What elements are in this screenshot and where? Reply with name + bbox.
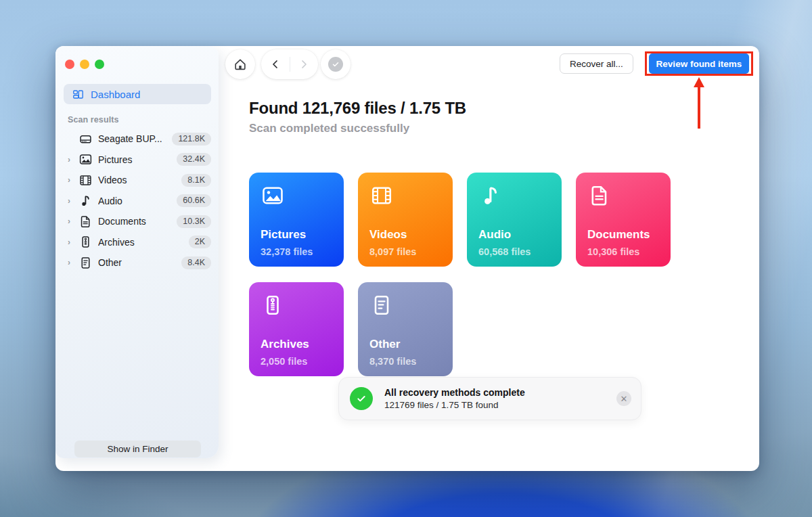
count-badge: 2K bbox=[189, 235, 211, 248]
tile-pictures[interactable]: Pictures 32,378 files bbox=[249, 173, 344, 267]
count-badge: 32.4K bbox=[177, 153, 211, 166]
dashboard-label: Dashboard bbox=[91, 89, 140, 100]
home-button[interactable] bbox=[225, 49, 255, 79]
tile-count: 8,097 files bbox=[369, 246, 416, 257]
archive-icon bbox=[78, 235, 93, 249]
dashboard-icon bbox=[72, 88, 85, 101]
sidebar-item-label: Other bbox=[98, 257, 181, 268]
sidebar-item-dashboard[interactable]: Dashboard bbox=[64, 84, 211, 104]
archive-icon bbox=[261, 293, 285, 317]
minimize-window-button[interactable] bbox=[80, 60, 89, 69]
pictures-icon bbox=[78, 152, 93, 166]
sidebar-item-videos[interactable]: › Videos 8.1K bbox=[55, 170, 219, 191]
session-status-button[interactable] bbox=[321, 49, 351, 79]
chevron-right-icon[interactable]: › bbox=[68, 238, 77, 247]
tile-label: Documents bbox=[587, 228, 650, 242]
tile-count: 32,378 files bbox=[261, 246, 313, 257]
drive-icon bbox=[78, 132, 93, 146]
sidebar-item-label: Videos bbox=[98, 175, 181, 185]
tile-count: 2,050 files bbox=[261, 356, 307, 367]
count-badge: 60.6K bbox=[177, 194, 211, 207]
tile-count: 10,306 files bbox=[587, 246, 639, 257]
pictures-icon bbox=[261, 183, 285, 208]
document-icon bbox=[78, 215, 93, 229]
notification-subtitle: 121769 files / 1.75 TB found bbox=[384, 400, 616, 410]
close-window-button[interactable] bbox=[65, 60, 74, 69]
checkmark-icon bbox=[356, 393, 367, 404]
recover-all-button[interactable]: Recover all... bbox=[560, 53, 633, 74]
notification-title: All recovery methods complete bbox=[384, 387, 616, 398]
annotation-arrow bbox=[694, 77, 704, 129]
tile-audio[interactable]: Audio 60,568 files bbox=[467, 173, 562, 267]
chevron-right-icon[interactable]: › bbox=[68, 258, 77, 267]
count-badge: 8.4K bbox=[181, 256, 211, 269]
completion-notification: All recovery methods complete 121769 fil… bbox=[338, 377, 641, 420]
music-note-icon bbox=[478, 183, 503, 208]
category-tiles: Pictures 32,378 files Videos 8,097 files… bbox=[249, 173, 740, 376]
close-icon[interactable]: ✕ bbox=[616, 391, 631, 406]
zoom-window-button[interactable] bbox=[95, 60, 104, 69]
sidebar-item-documents[interactable]: › Documents 10.3K bbox=[55, 211, 219, 232]
tile-other[interactable]: Other 8,370 files bbox=[358, 282, 453, 376]
success-badge bbox=[350, 387, 373, 410]
count-badge: 121.8K bbox=[172, 133, 211, 145]
tile-videos[interactable]: Videos 8,097 files bbox=[358, 173, 453, 267]
sidebar-item-archives[interactable]: › Archives 2K bbox=[55, 232, 219, 253]
review-found-items-button[interactable]: Review found items bbox=[649, 53, 749, 74]
page-title: Found 121,769 files / 1.75 TB bbox=[249, 99, 466, 118]
tile-label: Pictures bbox=[261, 228, 306, 242]
film-icon bbox=[369, 183, 394, 208]
app-window: Dashboard Scan results Seagate BUP... 12… bbox=[55, 46, 759, 471]
sidebar-item-label: Audio bbox=[98, 196, 177, 206]
window-controls bbox=[65, 60, 104, 69]
chevron-right-icon bbox=[298, 59, 309, 70]
sidebar-item-seagate[interactable]: Seagate BUP... 121.8K bbox=[55, 129, 219, 150]
tile-count: 8,370 files bbox=[369, 356, 416, 367]
sidebar: Dashboard Scan results Seagate BUP... 12… bbox=[55, 46, 219, 458]
chevron-left-icon bbox=[270, 59, 281, 70]
tile-archives[interactable]: Archives 2,050 files bbox=[249, 282, 344, 376]
tile-label: Audio bbox=[478, 228, 511, 242]
chevron-right-icon[interactable]: › bbox=[68, 175, 77, 185]
show-in-finder-button[interactable]: Show in Finder bbox=[74, 441, 201, 457]
count-badge: 8.1K bbox=[181, 174, 211, 187]
file-lines-icon bbox=[78, 256, 93, 270]
chevron-right-icon[interactable]: › bbox=[68, 155, 77, 164]
document-icon bbox=[587, 183, 612, 208]
checkmark-badge bbox=[328, 57, 343, 72]
forward-button[interactable] bbox=[290, 49, 319, 79]
back-button[interactable] bbox=[261, 49, 290, 79]
count-badge: 10.3K bbox=[177, 215, 211, 228]
chevron-right-icon[interactable]: › bbox=[68, 217, 77, 226]
file-lines-icon bbox=[369, 293, 394, 317]
sidebar-item-pictures[interactable]: › Pictures 32.4K bbox=[55, 150, 219, 171]
music-note-icon bbox=[78, 194, 93, 208]
scan-results-label: Scan results bbox=[68, 115, 119, 125]
scan-results-list: Seagate BUP... 121.8K › Pictures 32.4K ›… bbox=[55, 129, 219, 273]
sidebar-item-audio[interactable]: › Audio 60.6K bbox=[55, 191, 219, 212]
tile-label: Videos bbox=[369, 228, 407, 242]
tile-documents[interactable]: Documents 10,306 files bbox=[576, 173, 671, 267]
tile-label: Other bbox=[369, 338, 400, 351]
sidebar-item-label: Pictures bbox=[98, 154, 177, 165]
tile-count: 60,568 files bbox=[478, 246, 531, 257]
tile-label: Archives bbox=[261, 338, 309, 351]
history-nav bbox=[261, 49, 318, 79]
sidebar-item-label: Seagate BUP... bbox=[98, 133, 172, 144]
sidebar-item-label: Archives bbox=[98, 237, 189, 248]
film-icon bbox=[78, 173, 93, 187]
chevron-right-icon[interactable]: › bbox=[68, 196, 77, 206]
sidebar-item-other[interactable]: › Other 8.4K bbox=[55, 252, 219, 273]
checkmark-icon bbox=[332, 60, 340, 68]
home-icon bbox=[233, 57, 248, 72]
sidebar-item-label: Documents bbox=[98, 216, 177, 227]
page-subtitle: Scan completed successfully bbox=[249, 122, 409, 135]
